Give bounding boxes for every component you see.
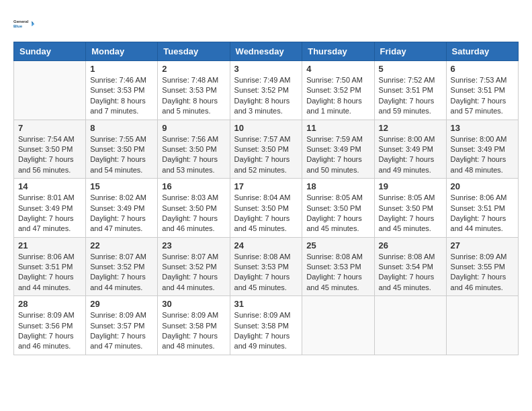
day-number: 26 [379,240,442,250]
day-info: Sunrise: 7:56 AM Sunset: 3:50 PM Dayligh… [162,134,225,176]
day-info: Sunrise: 8:03 AM Sunset: 3:50 PM Dayligh… [162,193,225,234]
calendar-cell: 1Sunrise: 7:46 AM Sunset: 3:53 PM Daylig… [86,61,158,120]
day-number: 4 [306,64,369,74]
calendar-cell: 31Sunrise: 8:09 AM Sunset: 3:58 PM Dayli… [230,296,302,355]
calendar-cell: 9Sunrise: 7:56 AM Sunset: 3:50 PM Daylig… [158,120,230,179]
day-info: Sunrise: 8:04 AM Sunset: 3:50 PM Dayligh… [234,193,298,234]
calendar-cell: 14Sunrise: 8:01 AM Sunset: 3:49 PM Dayli… [14,179,86,238]
day-number: 23 [162,240,225,250]
calendar-week-5: 28Sunrise: 8:09 AM Sunset: 3:56 PM Dayli… [14,296,519,355]
day-number: 13 [451,123,514,133]
day-number: 5 [379,64,442,74]
calendar-cell: 28Sunrise: 8:09 AM Sunset: 3:56 PM Dayli… [14,296,86,355]
day-number: 30 [162,299,225,309]
day-info: Sunrise: 7:52 AM Sunset: 3:51 PM Dayligh… [379,75,442,117]
calendar-cell: 5Sunrise: 7:52 AM Sunset: 3:51 PM Daylig… [374,61,446,120]
day-info: Sunrise: 8:09 AM Sunset: 3:55 PM Dayligh… [451,252,514,293]
day-info: Sunrise: 8:05 AM Sunset: 3:50 PM Dayligh… [306,193,369,234]
day-number: 15 [90,181,153,191]
calendar-cell: 12Sunrise: 8:00 AM Sunset: 3:49 PM Dayli… [374,120,446,179]
day-number: 2 [162,64,225,74]
calendar-cell: 24Sunrise: 8:08 AM Sunset: 3:53 PM Dayli… [230,237,302,296]
day-number: 1 [90,64,153,74]
calendar-cell [14,61,86,120]
day-info: Sunrise: 8:06 AM Sunset: 3:51 PM Dayligh… [18,252,81,293]
calendar-cell: 18Sunrise: 8:05 AM Sunset: 3:50 PM Dayli… [302,179,374,238]
day-info: Sunrise: 7:59 AM Sunset: 3:49 PM Dayligh… [306,134,369,176]
calendar-header-row: SundayMondayTuesdayWednesdayThursdayFrid… [14,42,519,61]
day-info: Sunrise: 8:08 AM Sunset: 3:53 PM Dayligh… [234,252,298,293]
logo: GeneralBlue [13,13,35,35]
day-number: 21 [18,240,81,250]
day-number: 17 [234,181,298,191]
calendar-cell: 21Sunrise: 8:06 AM Sunset: 3:51 PM Dayli… [14,237,86,296]
day-info: Sunrise: 8:07 AM Sunset: 3:52 PM Dayligh… [90,252,153,293]
day-number: 16 [162,181,225,191]
calendar-week-1: 1Sunrise: 7:46 AM Sunset: 3:53 PM Daylig… [14,61,519,120]
calendar-cell: 6Sunrise: 7:53 AM Sunset: 3:51 PM Daylig… [446,61,518,120]
calendar-week-3: 14Sunrise: 8:01 AM Sunset: 3:49 PM Dayli… [14,179,519,238]
day-info: Sunrise: 8:02 AM Sunset: 3:49 PM Dayligh… [90,193,153,234]
calendar-cell [446,296,518,355]
calendar-table: SundayMondayTuesdayWednesdayThursdayFrid… [13,42,519,355]
col-header-tuesday: Tuesday [158,42,230,61]
day-number: 3 [234,64,298,74]
page-header: GeneralBlue [13,13,519,35]
day-info: Sunrise: 8:08 AM Sunset: 3:53 PM Dayligh… [306,252,369,293]
day-info: Sunrise: 8:00 AM Sunset: 3:49 PM Dayligh… [379,134,442,176]
day-number: 28 [18,299,81,309]
day-info: Sunrise: 8:00 AM Sunset: 3:49 PM Dayligh… [451,134,514,176]
col-header-thursday: Thursday [302,42,374,61]
calendar-cell: 17Sunrise: 8:04 AM Sunset: 3:50 PM Dayli… [230,179,302,238]
day-number: 18 [306,181,369,191]
calendar-cell: 4Sunrise: 7:50 AM Sunset: 3:52 PM Daylig… [302,61,374,120]
day-info: Sunrise: 8:07 AM Sunset: 3:52 PM Dayligh… [162,252,225,293]
calendar-cell: 19Sunrise: 8:05 AM Sunset: 3:50 PM Dayli… [374,179,446,238]
calendar-cell: 10Sunrise: 7:57 AM Sunset: 3:50 PM Dayli… [230,120,302,179]
day-info: Sunrise: 8:01 AM Sunset: 3:49 PM Dayligh… [18,193,81,234]
calendar-cell: 8Sunrise: 7:55 AM Sunset: 3:50 PM Daylig… [86,120,158,179]
calendar-cell: 23Sunrise: 8:07 AM Sunset: 3:52 PM Dayli… [158,237,230,296]
calendar-cell: 30Sunrise: 8:09 AM Sunset: 3:58 PM Dayli… [158,296,230,355]
day-info: Sunrise: 8:06 AM Sunset: 3:51 PM Dayligh… [451,193,514,234]
day-info: Sunrise: 7:57 AM Sunset: 3:50 PM Dayligh… [234,134,298,176]
calendar-cell: 16Sunrise: 8:03 AM Sunset: 3:50 PM Dayli… [158,179,230,238]
day-info: Sunrise: 8:09 AM Sunset: 3:58 PM Dayligh… [162,310,225,352]
col-header-monday: Monday [86,42,158,61]
calendar-cell [374,296,446,355]
calendar-cell: 11Sunrise: 7:59 AM Sunset: 3:49 PM Dayli… [302,120,374,179]
calendar-week-2: 7Sunrise: 7:54 AM Sunset: 3:50 PM Daylig… [14,120,519,179]
day-info: Sunrise: 7:46 AM Sunset: 3:53 PM Dayligh… [90,75,153,117]
day-info: Sunrise: 8:09 AM Sunset: 3:57 PM Dayligh… [90,310,153,352]
col-header-sunday: Sunday [14,42,86,61]
day-number: 29 [90,299,153,309]
day-number: 20 [451,181,514,191]
calendar-cell: 26Sunrise: 8:08 AM Sunset: 3:54 PM Dayli… [374,237,446,296]
calendar-cell: 29Sunrise: 8:09 AM Sunset: 3:57 PM Dayli… [86,296,158,355]
calendar-cell [302,296,374,355]
calendar-cell: 2Sunrise: 7:48 AM Sunset: 3:53 PM Daylig… [158,61,230,120]
day-info: Sunrise: 7:54 AM Sunset: 3:50 PM Dayligh… [18,134,81,176]
day-number: 14 [18,181,81,191]
day-number: 7 [18,123,81,133]
day-info: Sunrise: 8:09 AM Sunset: 3:56 PM Dayligh… [18,310,81,352]
day-number: 25 [306,240,369,250]
day-number: 10 [234,123,298,133]
day-number: 9 [162,123,225,133]
calendar-cell: 25Sunrise: 8:08 AM Sunset: 3:53 PM Dayli… [302,237,374,296]
day-info: Sunrise: 7:48 AM Sunset: 3:53 PM Dayligh… [162,75,225,117]
day-number: 22 [90,240,153,250]
svg-text:Blue: Blue [13,24,23,28]
day-number: 31 [234,299,298,309]
calendar-cell: 20Sunrise: 8:06 AM Sunset: 3:51 PM Dayli… [446,179,518,238]
day-info: Sunrise: 8:05 AM Sunset: 3:50 PM Dayligh… [379,193,442,234]
calendar-cell: 15Sunrise: 8:02 AM Sunset: 3:49 PM Dayli… [86,179,158,238]
day-number: 8 [90,123,153,133]
day-info: Sunrise: 7:49 AM Sunset: 3:52 PM Dayligh… [234,75,298,117]
calendar-week-4: 21Sunrise: 8:06 AM Sunset: 3:51 PM Dayli… [14,237,519,296]
col-header-wednesday: Wednesday [230,42,302,61]
day-number: 12 [379,123,442,133]
calendar-cell: 7Sunrise: 7:54 AM Sunset: 3:50 PM Daylig… [14,120,86,179]
day-info: Sunrise: 7:55 AM Sunset: 3:50 PM Dayligh… [90,134,153,176]
day-number: 6 [451,64,514,74]
